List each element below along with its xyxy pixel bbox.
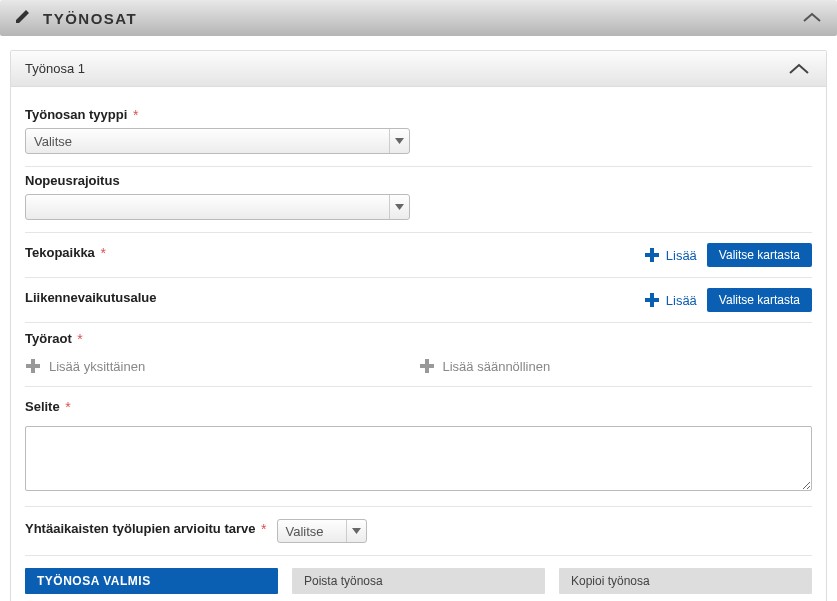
add-recurring-label: Lisää säännöllinen [443,359,551,374]
field-tyoraot: Työraot * Lisää yksittäinen Lisää säännö… [25,323,812,387]
label-tyoraot: Työraot [25,331,72,346]
add-tekopaikka-link[interactable]: Lisää [644,247,697,263]
ready-button[interactable]: TYÖNOSA VALMIS [25,568,278,594]
chevron-down-icon [346,520,366,542]
plus-icon [419,358,435,374]
label-nopeus: Nopeusrajoitus [25,173,120,188]
label-tarve: Yhtäaikaisten työlupien arvioitu tarve [25,521,255,536]
section-header-tyonosat[interactable]: TYÖNOSAT [0,0,837,36]
remove-button[interactable]: Poista työnosa [292,568,545,594]
required-star: * [261,521,266,537]
field-tyyppi: Työnosan tyyppi * Valitse [25,101,812,167]
required-star: * [100,245,105,261]
chevron-down-icon [389,195,409,219]
textarea-selite[interactable] [25,426,812,491]
select-nopeus[interactable] [25,194,410,220]
add-recurring-timeslot-link[interactable]: Lisää säännöllinen [419,358,813,374]
label-tyyppi: Työnosan tyyppi [25,107,127,122]
add-single-label: Lisää yksittäinen [49,359,145,374]
select-tyyppi[interactable]: Valitse [25,128,410,154]
section-title: TYÖNOSAT [43,10,137,27]
plus-icon [25,358,41,374]
svg-marker-0 [395,138,404,144]
svg-marker-1 [395,204,404,210]
pencil-icon [14,8,31,28]
svg-marker-2 [352,528,361,534]
map-liikenne-button[interactable]: Valitse kartasta [707,288,812,312]
required-star: * [65,399,70,415]
panel-tyonosa-1: Työnosa 1 Työnosan tyyppi * Valitse [10,50,827,601]
field-selite: Selite * [25,387,812,507]
label-liikenne: Liikennevaikutusalue [25,290,157,305]
required-star: * [77,331,82,347]
label-tekopaikka: Tekopaikka [25,245,95,260]
label-selite: Selite [25,399,60,414]
select-tyyppi-value: Valitse [34,134,72,149]
field-tarve: Yhtäaikaisten työlupien arvioitu tarve *… [25,507,812,556]
chevron-up-icon[interactable] [786,61,812,77]
chevron-down-icon [389,129,409,153]
add-label: Lisää [666,248,697,263]
add-single-timeslot-link[interactable]: Lisää yksittäinen [25,358,419,374]
field-liikenne: Liikennevaikutusalue Lisää Valitse karta… [25,278,812,323]
add-label: Lisää [666,293,697,308]
copy-button[interactable]: Kopioi työnosa [559,568,812,594]
select-tarve[interactable]: Valitse [277,519,367,543]
select-tarve-value: Valitse [286,524,324,539]
plus-icon [644,247,660,263]
plus-icon [644,292,660,308]
field-nopeus: Nopeusrajoitus [25,167,812,233]
panel-title: Työnosa 1 [25,61,85,76]
add-liikenne-link[interactable]: Lisää [644,292,697,308]
field-tekopaikka: Tekopaikka * Lisää Valitse kartasta [25,233,812,278]
panel-body: Työnosan tyyppi * Valitse Nopeusrajoitus [11,87,826,601]
chevron-up-icon[interactable] [801,11,823,25]
button-bar: TYÖNOSA VALMIS Poista työnosa Kopioi työ… [25,556,812,594]
panel-header[interactable]: Työnosa 1 [11,51,826,87]
required-star: * [133,107,138,123]
map-tekopaikka-button[interactable]: Valitse kartasta [707,243,812,267]
